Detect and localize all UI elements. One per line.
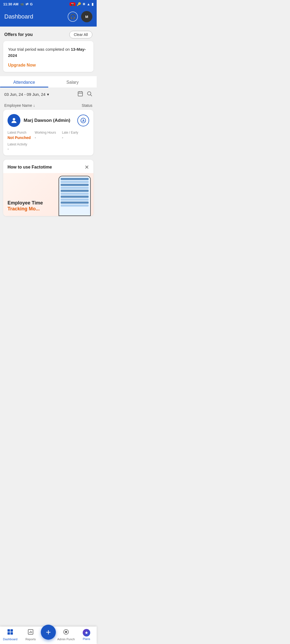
latest-activity-row: Latest Activity - bbox=[8, 142, 89, 151]
chevron-down-icon: ▾ bbox=[47, 92, 49, 97]
wifi-icon: ⇄ bbox=[26, 2, 28, 6]
user-avatar[interactable]: M bbox=[81, 11, 92, 22]
headset-button[interactable]: 🎧 bbox=[68, 12, 78, 22]
latest-punch-label: Latest Punch bbox=[8, 131, 35, 134]
phone-mockup bbox=[59, 176, 91, 216]
latest-activity-label: Latest Activity bbox=[8, 142, 89, 146]
howto-content: Employee Time Tracking Mo... bbox=[3, 173, 93, 216]
key-icon: 🔑 bbox=[77, 2, 81, 6]
header-icons: 🎧 M bbox=[68, 11, 92, 22]
status-column-header: Status bbox=[82, 103, 92, 108]
employee-stats: Latest Punch Not Punched Working Hours -… bbox=[8, 131, 89, 140]
search-icon[interactable] bbox=[86, 91, 92, 98]
svg-point-6 bbox=[13, 118, 15, 120]
working-hours-label: Working Hours bbox=[35, 131, 62, 134]
tab-attendance[interactable]: Attendance bbox=[0, 76, 48, 87]
phone-screen bbox=[59, 176, 90, 215]
employee-avatar bbox=[8, 114, 20, 127]
wifi-signal-icon: ▲ bbox=[87, 2, 90, 6]
latest-punch-value: Not Punched bbox=[8, 136, 35, 140]
svg-rect-0 bbox=[78, 92, 83, 96]
svg-line-5 bbox=[90, 95, 92, 96]
employee-name-column-header: Employee Name ↓ bbox=[4, 103, 35, 108]
page-title: Dashboard bbox=[4, 13, 33, 20]
late-early-col: Late / Early - bbox=[62, 131, 89, 140]
clear-all-button[interactable]: Clear All bbox=[69, 31, 92, 38]
date-range-text: 03 Jun, 24 - 09 Jun, 24 bbox=[4, 92, 45, 97]
offers-title: Offers for you bbox=[4, 32, 33, 37]
table-header: Employee Name ↓ Status bbox=[0, 101, 97, 110]
offers-header: Offers for you Clear All bbox=[0, 27, 97, 41]
latest-punch-col: Latest Punch Not Punched bbox=[8, 131, 35, 140]
battery-icon: ▮ bbox=[92, 2, 93, 6]
tab-salary[interactable]: Salary bbox=[48, 76, 97, 87]
headset-icon: 🎧 bbox=[70, 14, 76, 20]
google-icon: G bbox=[30, 2, 33, 6]
trial-text: Your trial period was completed on 13-Ma… bbox=[8, 46, 89, 58]
sort-down-icon: ↓ bbox=[33, 103, 35, 108]
howto-close-button[interactable]: ✕ bbox=[85, 164, 89, 170]
howto-card: How to use Factotime ✕ Employee Time Tra… bbox=[3, 160, 93, 216]
howto-title: How to use Factotime bbox=[8, 165, 52, 170]
screen-record-icon: 📹 bbox=[20, 2, 24, 6]
tabs-bar: Attendance Salary bbox=[0, 76, 97, 87]
employee-card: Marj Dawson (Admin) Latest Punch Not Pun… bbox=[3, 110, 93, 155]
late-early-value: - bbox=[62, 136, 89, 140]
working-hours-value: - bbox=[35, 136, 62, 140]
punch-button[interactable] bbox=[77, 115, 89, 126]
bluetooth-icon: ✳ bbox=[82, 2, 85, 6]
employee-card-header: Marj Dawson (Admin) bbox=[8, 114, 89, 127]
upgrade-now-button[interactable]: Upgrade Now bbox=[8, 63, 36, 68]
employee-name: Marj Dawson (Admin) bbox=[24, 118, 77, 123]
howto-header: How to use Factotime ✕ bbox=[3, 160, 93, 173]
howto-sub-text: Tracking Mo... bbox=[8, 206, 43, 212]
date-range-selector[interactable]: 03 Jun, 24 - 09 Jun, 24 ▾ bbox=[4, 92, 49, 97]
status-time: 11:30 AM bbox=[3, 2, 19, 6]
date-filter-icons bbox=[77, 91, 92, 98]
date-filter-row: 03 Jun, 24 - 09 Jun, 24 ▾ bbox=[0, 87, 97, 101]
howto-main-text: Employee Time bbox=[8, 200, 43, 206]
trial-card: Your trial period was completed on 13-Ma… bbox=[3, 41, 93, 72]
svg-point-4 bbox=[88, 92, 91, 95]
calendar-icon[interactable] bbox=[77, 91, 83, 98]
main-content: Offers for you Clear All Your trial peri… bbox=[0, 27, 97, 262]
latest-activity-value: - bbox=[8, 147, 89, 151]
app-header: Dashboard 🎧 M bbox=[0, 8, 97, 27]
working-hours-col: Working Hours - bbox=[35, 131, 62, 140]
recording-icon: 📷 bbox=[70, 2, 75, 6]
late-early-label: Late / Early bbox=[62, 131, 89, 134]
status-bar: 11:30 AM 📹 ⇄ G 📷 🔑 ✳ ▲ ▮ bbox=[0, 0, 97, 8]
howto-text-block: Employee Time Tracking Mo... bbox=[3, 196, 47, 216]
